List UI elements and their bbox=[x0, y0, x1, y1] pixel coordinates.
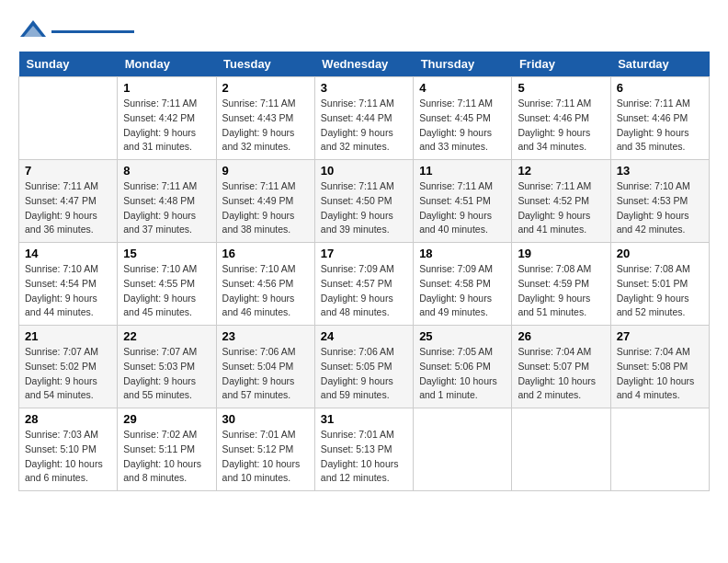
day-info: Sunrise: 7:10 AM Sunset: 4:55 PM Dayligh… bbox=[123, 262, 210, 320]
daylight-text: Daylight: 9 hours and 46 minutes. bbox=[222, 292, 309, 321]
day-number: 1 bbox=[123, 81, 210, 95]
sunset-text: Sunset: 4:45 PM bbox=[419, 111, 506, 126]
day-number: 19 bbox=[518, 247, 604, 260]
daylight-text: Daylight: 10 hours and 10 minutes. bbox=[222, 457, 309, 487]
day-number: 3 bbox=[321, 81, 407, 95]
calendar-cell: 8 Sunrise: 7:11 AM Sunset: 4:48 PM Dayli… bbox=[118, 160, 216, 243]
sunrise-text: Sunrise: 7:08 AM bbox=[617, 262, 703, 277]
sunrise-text: Sunrise: 7:06 AM bbox=[321, 345, 407, 360]
day-info: Sunrise: 7:11 AM Sunset: 4:44 PM Dayligh… bbox=[321, 97, 407, 155]
day-number: 17 bbox=[321, 247, 407, 260]
day-number: 11 bbox=[419, 164, 506, 178]
sunrise-text: Sunrise: 7:11 AM bbox=[617, 97, 703, 111]
header-friday: Friday bbox=[512, 52, 610, 77]
sunset-text: Sunset: 4:57 PM bbox=[321, 277, 407, 292]
day-number: 4 bbox=[419, 81, 506, 95]
daylight-text: Daylight: 9 hours and 38 minutes. bbox=[222, 209, 309, 238]
calendar-cell: 7 Sunrise: 7:11 AM Sunset: 4:47 PM Dayli… bbox=[19, 160, 118, 243]
daylight-text: Daylight: 9 hours and 41 minutes. bbox=[518, 209, 604, 238]
day-info: Sunrise: 7:11 AM Sunset: 4:47 PM Dayligh… bbox=[25, 179, 111, 237]
sunset-text: Sunset: 5:12 PM bbox=[222, 442, 309, 457]
daylight-text: Daylight: 9 hours and 40 minutes. bbox=[419, 209, 506, 238]
calendar-cell: 5 Sunrise: 7:11 AM Sunset: 4:46 PM Dayli… bbox=[512, 77, 610, 160]
day-info: Sunrise: 7:11 AM Sunset: 4:49 PM Dayligh… bbox=[222, 179, 309, 237]
calendar-cell: 23 Sunrise: 7:06 AM Sunset: 5:04 PM Dayl… bbox=[216, 326, 314, 408]
sunrise-text: Sunrise: 7:01 AM bbox=[222, 428, 309, 442]
calendar-cell: 28 Sunrise: 7:03 AM Sunset: 5:10 PM Dayl… bbox=[19, 408, 118, 491]
sunrise-text: Sunrise: 7:03 AM bbox=[25, 428, 111, 442]
sunset-text: Sunset: 5:07 PM bbox=[518, 360, 604, 374]
daylight-text: Daylight: 9 hours and 36 minutes. bbox=[25, 209, 111, 238]
day-info: Sunrise: 7:09 AM Sunset: 4:57 PM Dayligh… bbox=[321, 262, 407, 320]
day-number: 18 bbox=[419, 247, 506, 260]
daylight-text: Daylight: 9 hours and 48 minutes. bbox=[321, 292, 407, 321]
daylight-text: Daylight: 9 hours and 57 minutes. bbox=[222, 374, 309, 404]
day-info: Sunrise: 7:09 AM Sunset: 4:58 PM Dayligh… bbox=[419, 262, 506, 320]
header-sunday: Sunday bbox=[19, 52, 118, 77]
sunset-text: Sunset: 5:08 PM bbox=[617, 360, 703, 374]
day-number: 30 bbox=[222, 412, 309, 426]
calendar-cell: 26 Sunrise: 7:04 AM Sunset: 5:07 PM Dayl… bbox=[512, 326, 610, 408]
calendar-cell: 27 Sunrise: 7:04 AM Sunset: 5:08 PM Dayl… bbox=[610, 326, 709, 408]
day-info: Sunrise: 7:11 AM Sunset: 4:48 PM Dayligh… bbox=[123, 179, 210, 237]
sunset-text: Sunset: 4:51 PM bbox=[419, 194, 506, 209]
calendar-cell: 1 Sunrise: 7:11 AM Sunset: 4:42 PM Dayli… bbox=[118, 77, 216, 160]
sunrise-text: Sunrise: 7:06 AM bbox=[222, 345, 309, 360]
day-info: Sunrise: 7:01 AM Sunset: 5:13 PM Dayligh… bbox=[321, 428, 407, 486]
sunrise-text: Sunrise: 7:09 AM bbox=[419, 262, 506, 277]
day-number: 2 bbox=[222, 81, 309, 95]
sunrise-text: Sunrise: 7:08 AM bbox=[518, 262, 604, 277]
day-info: Sunrise: 7:11 AM Sunset: 4:42 PM Dayligh… bbox=[123, 97, 210, 155]
day-info: Sunrise: 7:04 AM Sunset: 5:08 PM Dayligh… bbox=[617, 345, 703, 403]
sunset-text: Sunset: 4:44 PM bbox=[321, 111, 407, 126]
sunset-text: Sunset: 5:02 PM bbox=[25, 360, 111, 374]
daylight-text: Daylight: 9 hours and 45 minutes. bbox=[123, 292, 210, 321]
daylight-text: Daylight: 9 hours and 49 minutes. bbox=[419, 292, 506, 321]
sunrise-text: Sunrise: 7:11 AM bbox=[321, 97, 407, 111]
sunrise-text: Sunrise: 7:10 AM bbox=[25, 262, 111, 277]
day-number: 29 bbox=[123, 412, 210, 426]
day-info: Sunrise: 7:11 AM Sunset: 4:45 PM Dayligh… bbox=[419, 97, 506, 155]
day-info: Sunrise: 7:10 AM Sunset: 4:56 PM Dayligh… bbox=[222, 262, 309, 320]
day-info: Sunrise: 7:01 AM Sunset: 5:12 PM Dayligh… bbox=[222, 428, 309, 486]
sunrise-text: Sunrise: 7:02 AM bbox=[123, 428, 210, 442]
calendar-cell: 31 Sunrise: 7:01 AM Sunset: 5:13 PM Dayl… bbox=[314, 408, 413, 491]
calendar-cell: 11 Sunrise: 7:11 AM Sunset: 4:51 PM Dayl… bbox=[414, 160, 512, 243]
day-number: 7 bbox=[25, 164, 111, 178]
sunset-text: Sunset: 4:56 PM bbox=[222, 277, 309, 292]
calendar-cell: 12 Sunrise: 7:11 AM Sunset: 4:52 PM Dayl… bbox=[512, 160, 610, 243]
sunset-text: Sunset: 5:05 PM bbox=[321, 360, 407, 374]
day-number: 13 bbox=[617, 164, 703, 178]
day-number: 14 bbox=[25, 247, 111, 260]
sunrise-text: Sunrise: 7:11 AM bbox=[222, 97, 309, 111]
sunset-text: Sunset: 5:11 PM bbox=[123, 442, 210, 457]
calendar-cell: 13 Sunrise: 7:10 AM Sunset: 4:53 PM Dayl… bbox=[610, 160, 709, 243]
day-info: Sunrise: 7:11 AM Sunset: 4:46 PM Dayligh… bbox=[617, 97, 703, 155]
daylight-text: Daylight: 9 hours and 33 minutes. bbox=[419, 126, 506, 155]
sunrise-text: Sunrise: 7:11 AM bbox=[123, 179, 210, 194]
daylight-text: Daylight: 9 hours and 52 minutes. bbox=[617, 292, 703, 321]
calendar-week-3: 14 Sunrise: 7:10 AM Sunset: 4:54 PM Dayl… bbox=[19, 243, 710, 326]
daylight-text: Daylight: 9 hours and 31 minutes. bbox=[123, 126, 210, 155]
calendar-cell: 14 Sunrise: 7:10 AM Sunset: 4:54 PM Dayl… bbox=[19, 243, 118, 326]
calendar-cell: 15 Sunrise: 7:10 AM Sunset: 4:55 PM Dayl… bbox=[118, 243, 216, 326]
header-saturday: Saturday bbox=[610, 52, 709, 77]
day-info: Sunrise: 7:11 AM Sunset: 4:43 PM Dayligh… bbox=[222, 97, 309, 155]
day-info: Sunrise: 7:04 AM Sunset: 5:07 PM Dayligh… bbox=[518, 345, 604, 403]
sunrise-text: Sunrise: 7:11 AM bbox=[419, 97, 506, 111]
calendar-cell: 2 Sunrise: 7:11 AM Sunset: 4:43 PM Dayli… bbox=[216, 77, 314, 160]
day-info: Sunrise: 7:03 AM Sunset: 5:10 PM Dayligh… bbox=[25, 428, 111, 486]
sunset-text: Sunset: 4:49 PM bbox=[222, 194, 309, 209]
sunrise-text: Sunrise: 7:11 AM bbox=[419, 179, 506, 194]
day-number: 8 bbox=[123, 164, 210, 178]
calendar-cell bbox=[610, 408, 709, 491]
sunrise-text: Sunrise: 7:11 AM bbox=[222, 179, 309, 194]
header-thursday: Thursday bbox=[414, 52, 512, 77]
calendar-cell: 21 Sunrise: 7:07 AM Sunset: 5:02 PM Dayl… bbox=[19, 326, 118, 408]
day-number: 28 bbox=[25, 412, 111, 426]
daylight-text: Daylight: 9 hours and 32 minutes. bbox=[321, 126, 407, 155]
calendar-cell: 20 Sunrise: 7:08 AM Sunset: 5:01 PM Dayl… bbox=[610, 243, 709, 326]
sunset-text: Sunset: 4:47 PM bbox=[25, 194, 111, 209]
sunrise-text: Sunrise: 7:01 AM bbox=[321, 428, 407, 442]
daylight-text: Daylight: 10 hours and 6 minutes. bbox=[25, 457, 111, 487]
